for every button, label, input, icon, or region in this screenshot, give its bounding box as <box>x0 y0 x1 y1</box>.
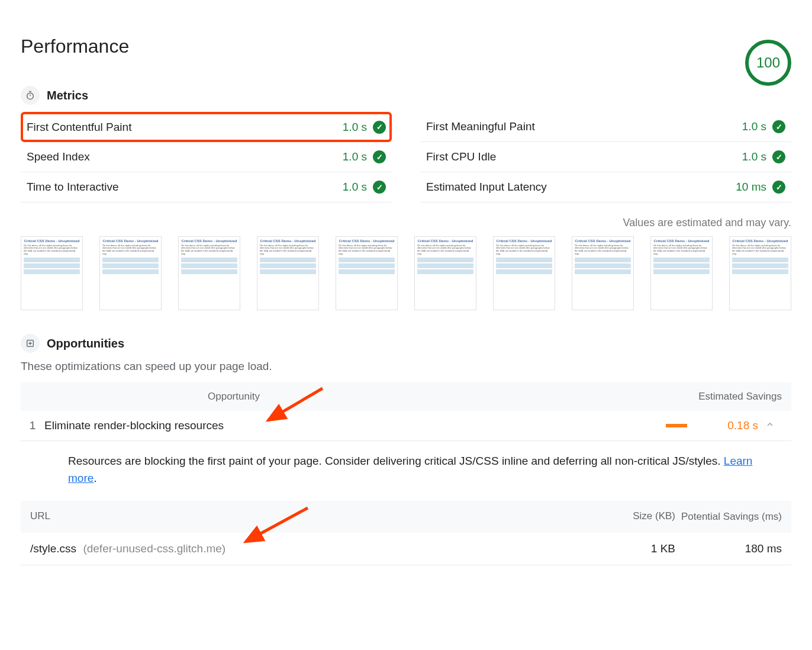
check-icon: ✓ <box>772 181 785 194</box>
svg-point-0 <box>27 93 34 99</box>
filmstrip-thumbnail: Critical CSS Demo - UnoptimizedOn this d… <box>178 236 240 310</box>
metric-value: 1.0 s <box>742 150 766 163</box>
metric-label: First CPU Idle <box>426 150 496 163</box>
filmstrip-thumbnail: Critical CSS Demo - UnoptimizedOn this d… <box>336 236 398 310</box>
opportunities-title: Opportunities <box>47 337 124 350</box>
stopwatch-icon <box>21 86 40 105</box>
check-icon: ✓ <box>373 121 386 134</box>
metrics-header: Metrics <box>21 86 791 105</box>
metric-value: 1.0 s <box>343 121 367 134</box>
metric-row[interactable]: Estimated Input Latency10 ms✓ <box>420 172 791 202</box>
metric-row[interactable]: Time to Interactive1.0 s✓ <box>21 172 392 202</box>
col-savings: Estimated Savings <box>663 391 782 403</box>
metric-row[interactable]: Speed Index1.0 s✓ <box>21 142 392 172</box>
filmstrip-thumbnail: Critical CSS Demo - UnoptimizedOn this d… <box>729 236 791 310</box>
col-url: URL <box>30 510 592 523</box>
opportunity-row[interactable]: 1 Eliminate render-blocking resources 0.… <box>21 411 791 441</box>
sparkle-icon <box>21 334 40 353</box>
filmstrip-thumbnail: Critical CSS Demo - UnoptimizedOn this d… <box>257 236 319 310</box>
filmstrip-thumbnail: Critical CSS Demo - UnoptimizedOn this d… <box>414 236 476 310</box>
opportunities-description: These optimizations can speed up your pa… <box>21 360 791 373</box>
detail-text: Resources are blocking the first paint o… <box>68 455 724 467</box>
filmstrip-thumbnail: Critical CSS Demo - UnoptimizedOn this d… <box>99 236 162 310</box>
opportunities-header: Opportunities <box>21 334 791 353</box>
url-size: 1 KB <box>592 542 675 555</box>
col-size: Size (KB) <box>592 510 675 523</box>
metrics-note: Values are estimated and may vary. <box>21 217 791 229</box>
detail-suffix: . <box>94 472 96 484</box>
metric-label: First Contentful Paint <box>27 121 131 134</box>
filmstrip-thumbnail: Critical CSS Demo - UnoptimizedOn this d… <box>650 236 713 310</box>
opportunity-table-header: Opportunity Estimated Savings <box>21 382 791 411</box>
metric-label: Speed Index <box>27 150 90 163</box>
metric-row[interactable]: First CPU Idle1.0 s✓ <box>420 142 791 172</box>
savings-bar <box>666 424 687 427</box>
metric-value: 1.0 s <box>742 120 766 133</box>
check-icon: ✓ <box>373 150 386 163</box>
performance-score: 100 <box>745 40 791 86</box>
metric-row[interactable]: First Contentful Paint1.0 s✓ <box>21 112 392 142</box>
opportunity-saving: 0.18 s <box>687 419 758 432</box>
filmstrip-thumbnail: Critical CSS Demo - UnoptimizedOn this d… <box>21 236 83 310</box>
url-table-header: URL Size (KB) Potential Savings (ms) <box>21 501 791 533</box>
metrics-title: Metrics <box>47 89 88 102</box>
metric-row[interactable]: First Meaningful Paint1.0 s✓ <box>420 112 791 142</box>
filmstrip-thumbnail: Critical CSS Demo - UnoptimizedOn this d… <box>572 236 634 310</box>
filmstrip-thumbnail: Critical CSS Demo - UnoptimizedOn this d… <box>493 236 555 310</box>
metric-value: 1.0 s <box>343 181 367 194</box>
metric-label: First Meaningful Paint <box>426 120 535 133</box>
url-path: /style.css <box>30 542 76 555</box>
metric-value: 10 ms <box>736 181 766 194</box>
page-title: Performance <box>21 36 791 57</box>
metric-value: 1.0 s <box>343 150 367 163</box>
filmstrip: Critical CSS Demo - UnoptimizedOn this d… <box>21 236 791 310</box>
col-opportunity: Opportunity <box>208 391 663 403</box>
metric-label: Time to Interactive <box>27 181 119 194</box>
url-host: (defer-unused-css.glitch.me) <box>83 542 225 555</box>
col-potential-savings: Potential Savings (ms) <box>675 510 782 523</box>
url-row: /style.css (defer-unused-css.glitch.me) … <box>21 533 791 565</box>
opportunity-name: Eliminate render-blocking resources <box>44 419 269 432</box>
check-icon: ✓ <box>772 150 785 163</box>
opportunity-index: 1 <box>21 419 44 432</box>
url-savings: 180 ms <box>675 542 782 555</box>
chevron-up-icon[interactable] <box>758 419 782 432</box>
check-icon: ✓ <box>373 181 386 194</box>
opportunity-detail: Resources are blocking the first paint o… <box>21 441 791 501</box>
metric-label: Estimated Input Latency <box>426 181 547 194</box>
check-icon: ✓ <box>772 120 785 133</box>
